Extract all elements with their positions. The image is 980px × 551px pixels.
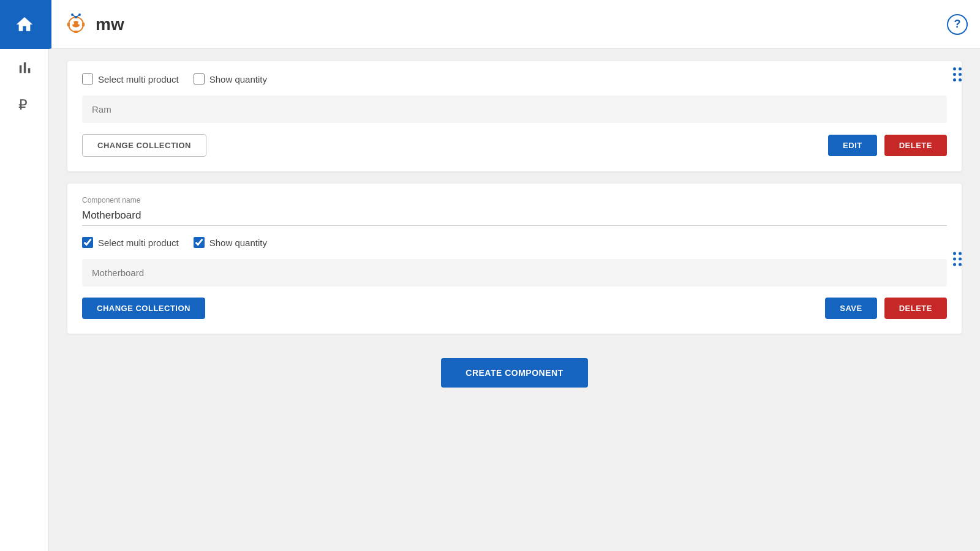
content-area: Select multi product Show quantity Ram C… [49, 49, 980, 551]
ram-change-collection-button[interactable]: CHANGE COLLECTION [82, 134, 206, 157]
ram-show-quantity-label: Show quantity [209, 74, 267, 84]
motherboard-delete-button[interactable]: DELETE [884, 298, 947, 319]
svg-text:₽: ₽ [18, 97, 27, 113]
dot [959, 78, 962, 81]
logo-icon [64, 12, 88, 37]
svg-rect-4 [74, 31, 78, 33]
chart-icon [16, 59, 33, 76]
motherboard-select-multi-label: Select multi product [98, 238, 179, 248]
motherboard-name-input[interactable] [82, 207, 947, 226]
ram-show-quantity-checkbox[interactable] [194, 73, 205, 84]
motherboard-buttons-row: CHANGE COLLECTION SAVE DELETE [82, 298, 947, 319]
ram-card: Select multi product Show quantity Ram C… [67, 61, 962, 171]
dot [959, 257, 962, 260]
dot [959, 252, 962, 255]
header: mw ? [49, 0, 980, 49]
svg-rect-6 [82, 23, 85, 26]
dot [959, 263, 962, 266]
motherboard-change-collection-button[interactable]: CHANGE COLLECTION [82, 298, 205, 319]
ram-drag-handle[interactable] [953, 67, 962, 81]
main-area: mw ? Select multi product [49, 0, 980, 551]
motherboard-select-multi-group: Select multi product [82, 237, 179, 248]
motherboard-collection-display: Motherboard [82, 259, 947, 287]
ram-select-multi-group: Select multi product [82, 73, 179, 84]
ram-select-multi-checkbox[interactable] [82, 73, 93, 84]
motherboard-select-multi-checkbox[interactable] [82, 237, 93, 248]
ram-right-buttons: EDIT DELETE [828, 135, 947, 156]
ram-collection-display: Ram [82, 96, 947, 123]
ram-buttons-row: CHANGE COLLECTION EDIT DELETE [82, 134, 947, 157]
sidebar-currency-button[interactable]: ₽ [0, 86, 49, 122]
ram-delete-button[interactable]: DELETE [884, 135, 947, 156]
dot [959, 67, 962, 70]
home-icon [15, 15, 34, 34]
motherboard-checkboxes-row: Select multi product Show quantity [82, 237, 947, 248]
motherboard-name-label: Component name [82, 196, 947, 204]
dot [953, 257, 956, 260]
ram-edit-button[interactable]: EDIT [828, 135, 877, 156]
ram-select-multi-label: Select multi product [98, 74, 179, 84]
motherboard-show-quantity-group: Show quantity [194, 237, 267, 248]
motherboard-show-quantity-label: Show quantity [209, 238, 267, 248]
dot [953, 73, 956, 76]
svg-point-13 [75, 16, 77, 18]
app-logo [64, 12, 88, 37]
svg-point-11 [71, 13, 74, 16]
motherboard-card: Component name Select multi product Show… [67, 184, 962, 334]
bottom-area: CREATE COMPONENT [67, 346, 962, 400]
dot [953, 78, 956, 81]
svg-point-7 [72, 22, 74, 24]
motherboard-right-buttons: SAVE DELETE [825, 298, 947, 319]
dot [953, 263, 956, 266]
motherboard-drag-handle[interactable] [953, 252, 962, 266]
create-component-button[interactable]: CREATE COMPONENT [441, 358, 587, 388]
sidebar-home-button[interactable] [0, 0, 49, 49]
help-button[interactable]: ? [947, 14, 968, 35]
svg-rect-5 [67, 23, 70, 26]
svg-point-12 [78, 13, 81, 16]
ruble-icon: ₽ [16, 96, 33, 113]
motherboard-show-quantity-checkbox[interactable] [194, 237, 205, 248]
dot [959, 73, 962, 76]
dot [953, 67, 956, 70]
motherboard-save-button[interactable]: SAVE [825, 298, 876, 319]
dot [953, 252, 956, 255]
app-title: mw [96, 15, 124, 34]
ram-checkboxes-row: Select multi product Show quantity [82, 73, 947, 84]
sidebar-chart-button[interactable] [0, 49, 49, 86]
sidebar: ₽ [0, 0, 49, 551]
svg-point-8 [78, 22, 80, 24]
ram-show-quantity-group: Show quantity [194, 73, 267, 84]
